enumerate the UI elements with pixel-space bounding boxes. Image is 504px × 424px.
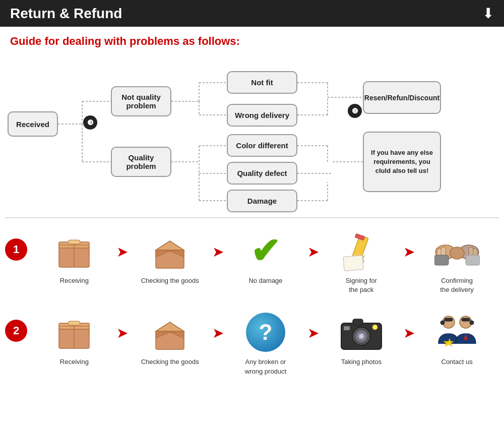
step-label-broken: Any broken orwrong product xyxy=(245,357,286,376)
arrow-1-3: ➤ xyxy=(307,228,319,260)
guide-title: Guide for dealing with problems as follo… xyxy=(0,35,504,56)
handshake-svg xyxy=(434,231,480,271)
red-arrow-icon-1-2: ➤ xyxy=(212,244,224,260)
process-row-1: 1 Receiving ➤ xyxy=(5,228,499,294)
red-arrow-icon-1-1: ➤ xyxy=(116,244,128,260)
svg-point-70 xyxy=(440,321,445,325)
header-arrow: ⬇ xyxy=(482,5,494,22)
node-not-fit: Not fit xyxy=(227,71,297,94)
step-no-damage: ✔ No damage xyxy=(224,228,308,285)
handshake-icon xyxy=(429,228,485,274)
node-quality-problem: Quality problem xyxy=(111,147,171,177)
step-label-photos: Taking photos xyxy=(341,357,382,367)
red-arrow-icon-2-2: ➤ xyxy=(212,325,224,341)
red-arrow-icon-2-1: ➤ xyxy=(116,325,128,341)
svg-point-63 xyxy=(359,334,363,338)
step-label-checking-2: Checking the goods xyxy=(141,357,199,367)
red-arrow-icon-2-3: ➤ xyxy=(307,325,319,341)
step-confirming: Confirmingthe delivery xyxy=(415,228,499,294)
question-circle: ? xyxy=(246,313,285,352)
person-icon xyxy=(429,310,485,355)
row2-steps: Receiving ➤ Checking the goods ➤ xyxy=(32,310,499,376)
step-receiving-1: Receiving xyxy=(32,228,116,285)
open-box-svg-2 xyxy=(150,312,190,352)
svg-rect-40 xyxy=(343,255,363,271)
step-label-contact: Contact us xyxy=(442,357,473,367)
step-label-signing: Signing forthe pack xyxy=(346,276,377,294)
flowchart-section: Received ❸ Not quality problem Quality p… xyxy=(0,56,504,202)
box-open-icon-2 xyxy=(142,310,198,355)
step-label-checking-1: Checking the goods xyxy=(141,276,199,285)
node-if-else: If you have any else requirements, you c… xyxy=(363,132,441,192)
arrow-2-3: ➤ xyxy=(307,310,319,341)
arrow-2-1: ➤ xyxy=(116,310,128,341)
node-damage: Damage xyxy=(227,190,297,212)
svg-point-47 xyxy=(450,247,464,259)
svg-point-74 xyxy=(470,321,474,325)
header: Return & Refund ⬇ xyxy=(0,0,504,27)
check-symbol: ✔ xyxy=(250,230,280,272)
node-resen: Resen/Refun/Discount xyxy=(363,81,441,114)
closed-box-svg-2 xyxy=(54,312,94,352)
arrow-1-4: ➤ xyxy=(403,228,415,260)
row2-badge: 2 xyxy=(5,320,27,342)
step-label-receiving-2: Receiving xyxy=(60,357,89,367)
svg-rect-46 xyxy=(469,247,473,256)
red-arrow-icon-2-4: ➤ xyxy=(403,325,415,341)
arrow-1-2: ➤ xyxy=(212,228,224,260)
svg-rect-65 xyxy=(344,326,350,330)
svg-rect-30 xyxy=(68,240,80,244)
red-arrow-icon-1-3: ➤ xyxy=(307,244,319,260)
step-checking-1: Checking the goods xyxy=(128,228,212,285)
question-icon: ? xyxy=(238,310,293,355)
step-label-receiving-1: Receiving xyxy=(60,276,89,285)
badge-2: ❷ xyxy=(348,104,362,118)
svg-rect-64 xyxy=(353,319,363,325)
process-row-2: 2 Receiving ➤ xyxy=(5,310,499,376)
step-contact: Contact us xyxy=(415,310,499,367)
node-not-quality: Not quality problem xyxy=(111,86,171,116)
node-quality-defect: Quality defect xyxy=(227,162,297,185)
step-label-confirming: Confirmingthe delivery xyxy=(440,276,473,294)
svg-rect-38 xyxy=(355,233,365,240)
step-signing: Signing forthe pack xyxy=(319,228,403,294)
camera-svg xyxy=(339,312,384,352)
node-wrong-delivery: Wrong delivery xyxy=(227,104,297,127)
arrow-2-2: ➤ xyxy=(212,310,224,341)
red-arrow-icon-1-4: ➤ xyxy=(403,244,415,260)
closed-box-svg-1 xyxy=(54,231,94,271)
pencil-svg xyxy=(341,231,382,271)
badge-3: ❸ xyxy=(83,115,97,130)
svg-marker-32 xyxy=(156,241,184,250)
step-receiving-2: Receiving xyxy=(32,310,116,367)
node-color-different: Color different xyxy=(227,134,297,157)
svg-rect-54 xyxy=(68,321,80,325)
header-title: Return & Refund xyxy=(10,6,122,22)
step-label-no-damage: No damage xyxy=(248,276,282,285)
svg-rect-48 xyxy=(434,255,449,265)
person-svg xyxy=(434,311,480,354)
open-box-svg-1 xyxy=(150,231,190,271)
divider xyxy=(5,217,499,218)
checkmark-icon: ✔ xyxy=(238,228,293,274)
svg-point-66 xyxy=(372,325,377,330)
svg-marker-56 xyxy=(156,322,184,331)
question-symbol: ? xyxy=(259,320,273,345)
camera-icon xyxy=(334,310,389,355)
step-checking-2: Checking the goods xyxy=(128,310,212,367)
step-broken: ? Any broken orwrong product xyxy=(224,310,308,376)
box-closed-icon-2 xyxy=(46,310,102,355)
arrow-1-1: ➤ xyxy=(116,228,128,260)
box-closed-icon-1 xyxy=(46,228,102,274)
arrow-2-4: ➤ xyxy=(403,310,415,341)
box-open-icon-1 xyxy=(142,228,198,274)
pencil-icon xyxy=(334,228,389,274)
row1-steps: Receiving ➤ Checking the goods ➤ xyxy=(32,228,499,294)
svg-rect-43 xyxy=(441,247,446,256)
node-received: Received xyxy=(8,111,58,137)
process-section: 1 Receiving ➤ xyxy=(0,228,504,401)
svg-rect-49 xyxy=(466,255,480,265)
step-photos: Taking photos xyxy=(319,310,403,367)
row1-badge: 1 xyxy=(5,238,27,261)
